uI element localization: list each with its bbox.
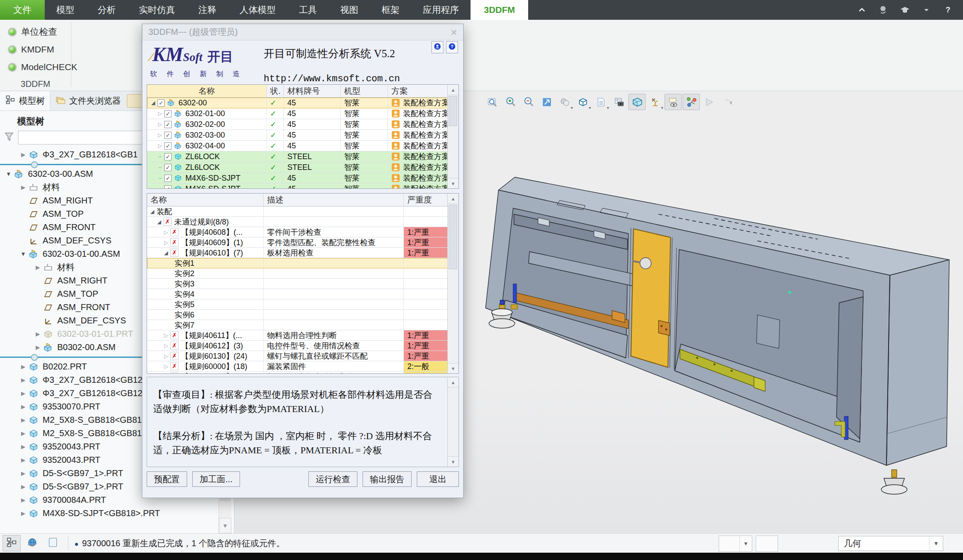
expand-arrow-icon[interactable]: ▶ [18, 510, 28, 517]
spin-center-icon[interactable] [683, 94, 700, 110]
component-row[interactable]: –✓ZL6LOCK✓STEEL智莱装配检查方案 [147, 162, 458, 173]
dialog-titlebar[interactable]: 3DDFM--- (超级管理员) × [142, 24, 463, 40]
instance-row[interactable]: 实例3 [147, 279, 458, 289]
column-header-5[interactable]: 方案 [388, 85, 448, 97]
caret-down-icon[interactable]: ▾ [571, 105, 573, 110]
rule-row[interactable]: ▷✗【规则60000】(18)漏装紧固件2:一般 [147, 361, 458, 372]
expand-arrow-icon[interactable]: ▶ [33, 344, 43, 351]
collapse-arrow-icon[interactable]: ◢ [155, 219, 163, 225]
instance-row[interactable]: 实例7 [147, 320, 458, 330]
collapse-arrow-icon[interactable]: ▼ [3, 171, 14, 177]
menu-item-3[interactable]: 分析 [86, 0, 127, 20]
scrollbar-thumb[interactable] [449, 205, 457, 269]
checkbox[interactable]: ✓ [164, 153, 172, 160]
menu-item-9[interactable]: 框架 [370, 0, 411, 20]
scrollbar-thumb[interactable] [449, 96, 457, 126]
result-detail-panel[interactable]: 【审查项目】: 根据客户类型使用场景对机柜各部件材料选用是否合适做判断（对应材料… [147, 377, 459, 467]
model-tree-toggle-button[interactable] [3, 535, 21, 551]
expand-arrow-icon[interactable]: ▶ [18, 443, 28, 450]
instance-row[interactable]: 实例1 [147, 258, 458, 268]
expand-arrow-icon[interactable]: ▶ [18, 470, 28, 477]
collapse-arrow-icon[interactable]: ▼ [18, 251, 28, 257]
help-button[interactable]: ? [446, 41, 458, 53]
detail-scrollbar[interactable]: ▲ ▼ [447, 377, 458, 467]
annotation-display-icon[interactable] [665, 94, 682, 110]
scroll-down-arrow[interactable]: ▼ [448, 363, 458, 373]
checkbox[interactable]: ✓ [164, 142, 172, 150]
caret-down-icon[interactable]: ▾ [607, 105, 609, 110]
selection-filter-combo[interactable]: 几何 ▼ [838, 536, 943, 551]
repaint-icon[interactable] [538, 94, 555, 110]
component-row[interactable]: ▷✓6302-03-00✓45智莱装配检查方案 [147, 130, 458, 141]
menu-item-1[interactable]: 文件 [0, 0, 45, 20]
column-header-2[interactable]: 状. [267, 85, 284, 97]
expand-arrow-icon[interactable]: ▶ [18, 390, 28, 397]
expand-arrow-icon[interactable]: ▷ [162, 353, 170, 359]
expand-arrow-icon[interactable]: ▶ [18, 151, 28, 158]
component-row[interactable]: ▷✓6302-01-00✓45智莱装配检查方案 [147, 108, 458, 119]
rules-scrollbar[interactable]: ▲ ▼ [447, 194, 458, 373]
expand-arrow-icon[interactable]: ▶ [18, 430, 28, 437]
expand-arrow-icon[interactable]: ▷ [156, 143, 164, 149]
datum-display-icon[interactable]: ▾ [646, 94, 664, 110]
rule-row[interactable]: ◢装配 [147, 206, 458, 217]
tab-model-tree[interactable]: 模型树 [0, 91, 50, 111]
learning-icon[interactable] [899, 4, 911, 15]
export-report-button[interactable]: 输出报告 [363, 471, 412, 487]
instance-row[interactable]: 实例6 [147, 310, 458, 320]
expand-arrow-icon[interactable]: ▶ [18, 184, 28, 191]
display-style-icon[interactable]: ▾ [574, 94, 591, 110]
caret-down-icon[interactable] [921, 4, 932, 15]
menu-item-6[interactable]: 人体模型 [228, 0, 287, 20]
rule-row[interactable]: ▷✗【规则40608】(...零件间干涉检查1:严重 [147, 227, 458, 237]
scroll-up-arrow[interactable]: ▲ [448, 194, 458, 204]
find-button[interactable] [719, 536, 740, 551]
drag-handle-icon[interactable] [31, 161, 38, 168]
rule-row[interactable]: ▷✗【规则40612】(3)电控件型号、使用情况检查1:严重 [147, 341, 458, 351]
expand-arrow-icon[interactable]: ▷ [162, 374, 170, 374]
instance-row[interactable]: 实例5 [147, 299, 458, 310]
scroll-down-arrow[interactable]: ▼ [219, 518, 231, 533]
component-row[interactable]: ▷✓6302-04-00✓45智莱装配检查方案 [147, 141, 458, 151]
expand-arrow-icon[interactable]: ▶ [18, 457, 28, 463]
expand-arrow-icon[interactable]: ▷ [156, 111, 164, 117]
checkbox[interactable]: ✓ [164, 175, 172, 182]
ribbon-button-KMDFM[interactable]: KMDFM [4, 42, 58, 57]
expand-arrow-icon[interactable]: ▷ [162, 240, 170, 246]
collapse-arrow-icon[interactable]: ◢ [148, 209, 157, 215]
expand-arrow-icon[interactable]: ▷ [162, 343, 170, 349]
collapse-icon[interactable] [856, 4, 868, 15]
shading-style-icon[interactable]: ▾ [556, 94, 573, 110]
checkbox[interactable]: ✓ [164, 121, 172, 128]
help-icon[interactable]: ? [942, 4, 954, 15]
caret-down-icon[interactable]: ▾ [661, 105, 663, 110]
expand-arrow-icon[interactable]: ▶ [18, 417, 28, 423]
rule-row[interactable]: ◢✗未通过规则(8/8) [147, 217, 458, 227]
menu-item-7[interactable]: 工具 [287, 0, 329, 20]
expand-arrow-icon[interactable]: ▶ [33, 331, 43, 337]
rule-row[interactable]: ▷✗【规则60120】(14)紧固件伸出长度过长或过短2:一般 [147, 372, 458, 374]
rule-row[interactable]: ▷✗【规则60130】(24)螺钉与螺孔直径或螺距不匹配1:严重 [147, 351, 458, 361]
column-header-4[interactable]: 机型 [341, 85, 388, 97]
expand-arrow-icon[interactable]: ▶ [18, 483, 28, 490]
web-browser-button[interactable] [23, 535, 41, 551]
saved-views-icon[interactable]: ▾ [592, 94, 609, 110]
expand-arrow-icon[interactable]: ▷ [162, 229, 170, 235]
instance-row[interactable]: 实例2 [147, 268, 458, 279]
expand-arrow-icon[interactable]: ▶ [18, 403, 28, 410]
run-check-button[interactable]: 运行检查 [308, 471, 357, 487]
expand-arrow-icon[interactable]: ▶ [18, 363, 28, 370]
expand-arrow-icon[interactable]: ▶ [18, 497, 28, 503]
expand-arrow-icon[interactable]: ▷ [162, 332, 170, 338]
blank-window-button[interactable] [44, 535, 62, 551]
checkbox[interactable]: ✓ [164, 185, 172, 189]
component-row[interactable]: –✓M4X6-SD-SJPT✓45智莱装配检查方案 [147, 173, 458, 184]
view-capture-icon[interactable] [610, 94, 628, 110]
component-row[interactable]: –✓ZL6LOCK✓STEEL智莱装配检查方案 [147, 151, 458, 162]
component-row[interactable]: –✓M4X6-SD-SJPT✓45智莱装配检查方案 [147, 184, 458, 189]
exit-button[interactable]: 退出 [417, 471, 459, 487]
components-scrollbar[interactable]: ▲ ▼ [447, 85, 458, 188]
rule-row[interactable]: ▷✗【规则40611】(...物料选用合理性判断1:严重 [147, 330, 458, 341]
regenerate-button[interactable] [682, 535, 701, 552]
column-header-1[interactable]: 名称 [147, 194, 264, 206]
